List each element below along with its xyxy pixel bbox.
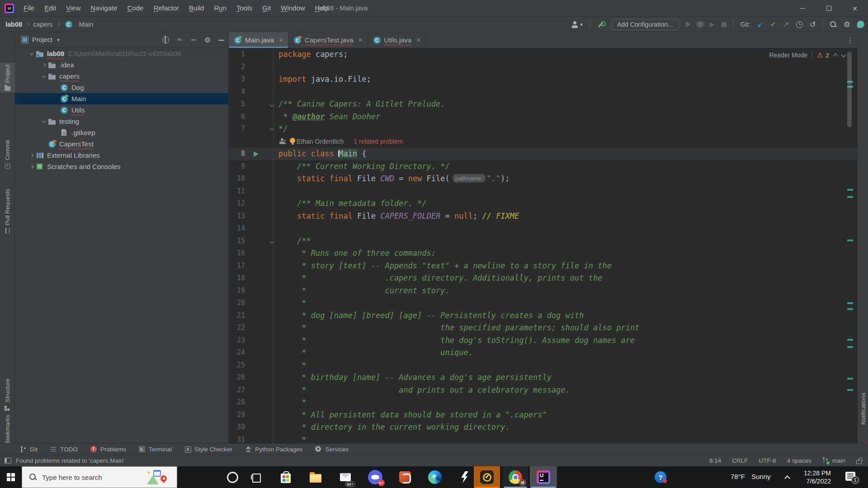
code-line-19[interactable]: 19 * current story.	[229, 285, 857, 297]
taskbar-search-input[interactable]: Type here to search	[22, 466, 177, 488]
warning-count[interactable]: 2	[826, 52, 829, 59]
tree-item-dog[interactable]: Dog	[15, 82, 228, 93]
toolwindow-problems[interactable]: Problems	[90, 446, 126, 453]
microsoft-store-button[interactable]	[275, 466, 297, 488]
chevron-right-icon[interactable]	[28, 154, 35, 157]
code-line-26[interactable]: 26 * birthday [name] -- Advances a dog's…	[229, 371, 857, 384]
menu-build[interactable]: Build	[184, 0, 209, 16]
cortana-button[interactable]	[222, 466, 243, 488]
tool-window-layout-icon[interactable]	[5, 458, 11, 464]
menu-edit[interactable]: Edit	[39, 0, 61, 16]
analysis-stripe-mark[interactable]	[847, 378, 853, 380]
tree-item-scratches-and-consoles[interactable]: Scratches and Consoles	[15, 161, 228, 172]
tree-item--gitkeep[interactable]: .gitkeep	[15, 127, 228, 138]
code-line-27[interactable]: 27 * and prints out a celebratory messag…	[229, 384, 857, 397]
git-push-icon[interactable]: ↗	[783, 21, 789, 28]
editor-body[interactable]: 1package capers;23import java.io.File;45…	[229, 48, 857, 443]
tree-item-caperstest[interactable]: CapersTest	[15, 138, 228, 150]
run-icon[interactable]	[686, 21, 691, 28]
fold-up-icon[interactable]	[270, 128, 274, 133]
chevron-right-icon[interactable]	[41, 64, 47, 66]
weather-temperature[interactable]: 78°F	[731, 473, 745, 480]
code-author[interactable]: Ethan Ordentlich	[297, 138, 344, 145]
tree-item-main[interactable]: Main	[15, 93, 228, 104]
code-line-9[interactable]: 9 /** Current Working Directory. */	[229, 160, 857, 173]
toolwindow-todo[interactable]: TODO	[50, 446, 78, 453]
build-wrench-icon[interactable]	[597, 21, 604, 28]
norton-button[interactable]	[474, 466, 500, 488]
code-line-21[interactable]: 21 * dog [name] [breed] [age] -- Persist…	[229, 310, 857, 322]
menu-run[interactable]: Run	[209, 0, 231, 16]
task-view-button[interactable]	[245, 466, 267, 488]
code-line-11[interactable]: 11	[229, 185, 857, 198]
tree-item-lab08[interactable]: lab08C:\Users\Marti\cs61bl\su22-s435\lab…	[15, 48, 228, 59]
tree-item-capers[interactable]: capers	[15, 70, 228, 82]
breadcrumb-item-lab08[interactable]: lab08	[5, 21, 22, 28]
analysis-stripe-mark[interactable]	[847, 239, 853, 241]
code-line-13[interactable]: 13 static final File CAPERS_FOLDER = nul…	[229, 210, 857, 223]
previous-problem-icon[interactable]	[833, 53, 838, 58]
code-line-18[interactable]: 18 * .capers directory. Additionally, pr…	[229, 272, 857, 285]
fold-down-icon[interactable]	[270, 103, 274, 107]
fold-down-icon[interactable]	[270, 239, 274, 244]
start-button[interactable]	[0, 466, 22, 488]
tab-options-kebab-icon[interactable]: ⋮	[847, 32, 854, 48]
code-line-20[interactable]: 20 *	[229, 297, 857, 310]
close-icon[interactable]: ✕	[416, 37, 421, 43]
line-separator[interactable]: CRLF	[732, 457, 748, 464]
chevron-down-icon[interactable]	[41, 121, 47, 122]
caret-position[interactable]: 8:14	[709, 457, 721, 464]
tree-item-testing[interactable]: testing	[15, 116, 228, 127]
menu-window[interactable]: Window	[276, 0, 310, 16]
history-icon[interactable]	[796, 21, 803, 28]
expand-all-icon[interactable]	[176, 37, 183, 43]
settings-gear-icon[interactable]: ⚙	[844, 21, 850, 28]
project-panel-title[interactable]: Project	[32, 36, 52, 43]
code-line-7[interactable]: 7*/	[229, 123, 857, 136]
code-line-22[interactable]: 22 * the specified parameters; should al…	[229, 322, 857, 334]
code-line-29[interactable]: 29 * All persistent data should be store…	[229, 409, 857, 422]
menu-tools[interactable]: Tools	[231, 0, 257, 16]
menu-file[interactable]: File	[19, 0, 39, 16]
analysis-stripe-mark[interactable]	[847, 196, 853, 198]
code-line-17[interactable]: 17 * story [text] -- Appends "text" + a …	[229, 260, 857, 272]
analysis-stripe-mark[interactable]	[847, 346, 853, 348]
code-vision-inlay[interactable]: Ethan Ordentlich1 related problem	[229, 136, 857, 148]
file-encoding[interactable]: UTF-8	[759, 457, 776, 464]
menu-view[interactable]: View	[61, 0, 85, 16]
code-line-2[interactable]: 2	[229, 61, 857, 74]
git-update-icon[interactable]: ↙	[757, 21, 763, 28]
tree-item--idea[interactable]: .idea	[15, 59, 228, 70]
collapse-all-icon[interactable]	[190, 37, 197, 43]
code-line-3[interactable]: 3import java.io.File;	[229, 73, 857, 86]
stop-icon[interactable]	[722, 22, 726, 27]
analysis-stripe-mark[interactable]	[847, 302, 853, 304]
tree-item-external-libraries[interactable]: External Libraries	[15, 150, 228, 161]
toolwindow-style-checker[interactable]: Style Checker	[184, 446, 232, 453]
weather-description[interactable]: Sunny	[751, 473, 771, 480]
tab-caperstest-java[interactable]: CapersTest.java✕	[288, 32, 368, 48]
code-with-me-icon[interactable]	[857, 21, 864, 28]
chevron-down-icon[interactable]	[28, 53, 35, 55]
git-commit-icon[interactable]: ✔	[770, 20, 776, 28]
code-line-28[interactable]: 28 *	[229, 396, 857, 409]
toolwindow-terminal[interactable]: Terminal	[139, 446, 172, 453]
chevron-right-icon[interactable]	[28, 165, 35, 168]
code-line-24[interactable]: 24 * unique.	[229, 347, 857, 359]
menu-navigate[interactable]: Navigate	[85, 0, 122, 16]
tab-main-java[interactable]: Main.java✕	[229, 32, 288, 48]
locate-file-icon[interactable]	[162, 37, 169, 43]
code-line-1[interactable]: 1package capers;	[229, 48, 857, 61]
close-icon[interactable]: ✕	[358, 37, 363, 43]
sidebar-item-commit[interactable]: Commit	[0, 138, 15, 171]
editor-scrollbar[interactable]	[847, 52, 852, 127]
analysis-stripe-mark[interactable]	[847, 189, 853, 191]
analysis-stripe-mark[interactable]	[847, 308, 853, 310]
next-problem-icon[interactable]	[841, 52, 846, 57]
discord-button[interactable]: 9+	[364, 466, 386, 488]
related-problem-link[interactable]: 1 related problem	[354, 138, 403, 145]
code-line-4[interactable]: 4	[229, 86, 857, 99]
panel-settings-gear-icon[interactable]: ⚙	[204, 37, 211, 43]
add-configuration-button[interactable]: Add Configuration...	[611, 19, 679, 30]
tab-utils-java[interactable]: Utils.java✕	[368, 32, 426, 48]
